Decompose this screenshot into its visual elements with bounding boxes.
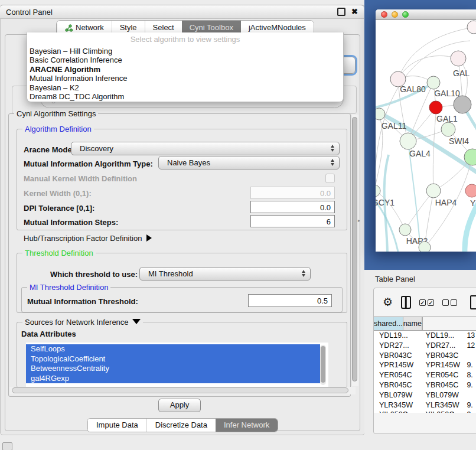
tab-infer-network[interactable]: Infer Network [216,419,278,432]
column-header[interactable] [422,317,423,330]
stepper-arrows-icon [331,159,334,166]
algorithm-option[interactable]: Basic Correlation Inference [27,56,343,64]
dpi-tolerance-field[interactable]: 0.0 [250,201,335,213]
network-node[interactable] [400,133,416,149]
new-table-icon[interactable] [470,295,476,309]
columns-icon[interactable] [401,296,411,309]
pane-divider-grip[interactable]: ▸ [358,218,361,223]
algorithm-option[interactable]: ARACNE Algorithm [27,65,343,74]
minimize-traffic-icon[interactable] [392,11,398,18]
which-threshold-value: MI Threshold [148,269,193,278]
mi-threshold-field[interactable]: 0.5 [248,294,332,307]
network-canvas[interactable]: GALGAL80GAL10GAL1GAL11SWI4GAL4GCY1HAP4YH… [376,20,476,252]
column-header[interactable]: name [403,317,422,330]
expand-right-icon [146,234,152,242]
YBL079W[interactable]: YBL079W YBL079W [374,390,476,400]
network-view-window: GALGAL80GAL10GAL1GAL11SWI4GAL4GCY1HAP4YH… [376,9,476,252]
algorithm-option-label: Bayesian – Hill Climbing [30,47,112,56]
settings-vertical-scroll-thumb[interactable] [352,117,357,381]
attribute-item[interactable]: BetweennessCentrality [26,364,320,374]
cell-shared-name: YLR345W [374,400,420,410]
network-node[interactable] [399,224,411,236]
network-node[interactable] [451,51,466,66]
network-node[interactable] [465,184,476,197]
deselect-all-checks-icon[interactable] [442,299,457,306]
node-label: Y [470,198,476,208]
sources-title[interactable]: Sources for Network Inference [22,318,143,327]
cyni-settings-title: Cyni Algorithm Settings [14,109,98,118]
gear-icon[interactable]: ⚙ [383,296,393,308]
network-node[interactable] [429,101,442,114]
network-node[interactable] [467,21,476,34]
aracne-mode-label: Aracne Mode: [24,145,74,154]
cell-shared-name: YBR043C [374,351,420,361]
network-node[interactable] [426,184,441,198]
cell-value: 12 [461,341,476,351]
attribute-list-scroll-thumb[interactable] [321,346,325,383]
bottom-tab-bar: Impute Data Discretize Data Infer Networ… [87,418,278,432]
YBR043C[interactable]: YBR043C YBR043C [374,351,476,361]
select-all-checks-icon[interactable]: ✓✓ [419,299,434,306]
cell-name: YBR043C [420,351,462,361]
zoom-traffic-icon[interactable] [402,11,409,18]
which-threshold-label: Which threshold to use: [50,270,138,279]
node-label: GAL10 [434,89,460,98]
YIL052C[interactable]: YIL052C YIL052C 9. [374,410,476,413]
network-node[interactable] [376,108,385,120]
cell-value: 9. [461,410,476,413]
algorithm-definition-title: Algorithm Definition [22,125,94,133]
YBR045C[interactable]: YBR045C YBR045C 9. [374,380,476,390]
attribute-item[interactable]: TopologicalCoefficient [26,354,320,364]
attribute-item[interactable]: gal4RGexp [26,374,320,384]
algorithm-option[interactable]: Dream8 DC_TDC Algorithm [27,92,343,101]
float-window-icon[interactable] [337,8,345,16]
YLR345W[interactable]: YLR345W YLR345W 9. [374,400,476,410]
close-icon[interactable]: ✖ [351,9,358,15]
apply-button[interactable]: Apply [158,399,201,412]
algorithm-option[interactable]: Mutual Information Inference [27,74,343,83]
cell-name: YER054C [420,370,462,380]
column-header-label: name [403,319,422,328]
YPR145W[interactable]: YPR145W YPR145W 9. [374,360,476,370]
network-window-titlebar[interactable] [376,9,476,20]
mi-steps-field[interactable]: 6 [250,215,335,227]
manual-kernel-checkbox[interactable] [325,174,335,183]
hub-definition-toggle[interactable]: Hub/Transcription Factor Definition [24,234,152,243]
cell-shared-name: YPR145W [374,360,420,370]
node-label: GAL80 [400,84,426,94]
stepper-arrows-icon [331,145,334,152]
cell-value: 9. [461,380,476,390]
cell-name: YIL052C [420,410,462,413]
algorithm-option-label: Bayesian – K2 [30,83,79,92]
kernel-width-field[interactable]: 0.0 [250,187,335,199]
network-node[interactable] [376,185,380,197]
tab-impute-data[interactable]: Impute Data [87,419,146,432]
attribute-item[interactable]: SelfLoops [26,344,320,354]
network-node[interactable] [454,96,471,113]
algorithm-option[interactable]: Bayesian – K2 [27,83,343,92]
settings-horizontal-scroll-thumb[interactable] [12,387,348,393]
cell-name: YBR045C [420,380,462,390]
close-traffic-icon[interactable] [381,11,387,18]
network-node[interactable] [419,242,431,252]
algorithm-option-label: Dream8 DC_TDC Algorithm [30,92,124,101]
table-panel-title: Table Panel [375,275,415,283]
YER054C[interactable]: YER054C YER054C 8. [374,370,476,380]
network-node[interactable] [441,122,455,136]
algorithm-option-label: Mutual Information Inference [30,74,127,83]
node-label: GCY1 [376,198,395,207]
cell-name: YPR145W [420,360,462,370]
aracne-mode-combo[interactable]: Discovery [71,142,340,155]
YDR27...[interactable]: YDR27... YDR27... 12 [374,341,476,351]
algorithm-option[interactable]: Bayesian – Hill Climbing [27,47,343,56]
YDL19...[interactable]: YDL19... YDL19... 13 [374,331,476,341]
mi-type-combo[interactable]: Naive Bayes [158,156,340,169]
node-label: GAL11 [382,121,407,131]
network-node[interactable] [427,76,440,89]
tab-discretize-data[interactable]: Discretize Data [146,419,216,432]
which-threshold-combo[interactable]: MI Threshold [139,267,311,281]
hub-definition-label: Hub/Transcription Factor Definition [24,234,142,243]
cell-name: YDR27... [420,341,462,351]
minimized-panel-icon[interactable] [2,442,12,450]
column-header[interactable]: shared... [374,317,403,330]
